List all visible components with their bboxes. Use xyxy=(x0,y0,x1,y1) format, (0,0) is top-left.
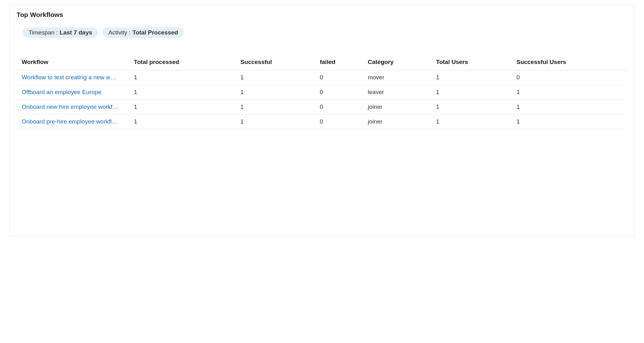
cell-successful-users: 0 xyxy=(512,70,627,85)
table-row: Onboard new hire employee workflow110joi… xyxy=(17,100,627,114)
col-successful[interactable]: Successful xyxy=(236,55,315,70)
cell-failed: 0 xyxy=(315,114,363,129)
table-row: Workflow to test creating a new workflow… xyxy=(17,70,627,85)
col-total-processed[interactable]: Total processed xyxy=(129,55,236,70)
card-title: Top Workflows xyxy=(17,11,627,18)
cell-category: joiner xyxy=(363,114,432,129)
workflow-link[interactable]: Offboard an employee Europe xyxy=(22,89,101,96)
cell-successful-users: 1 xyxy=(512,100,627,114)
cell-total-users: 1 xyxy=(432,100,512,114)
cell-successful: 1 xyxy=(236,114,315,129)
timespan-chip[interactable]: Timespan : Last 7 days xyxy=(23,27,98,38)
cell-total-processed: 1 xyxy=(129,114,236,129)
cell-workflow: Onboard new hire employee workflow xyxy=(17,100,129,114)
cell-total-users: 1 xyxy=(432,85,512,100)
col-successful-users[interactable]: Successful Users xyxy=(512,55,627,70)
activity-chip[interactable]: Activity : Total Processed xyxy=(103,27,184,38)
table-row: Onboard pre-hire employee workflow110joi… xyxy=(17,114,627,129)
cell-total-users: 1 xyxy=(432,70,512,85)
cell-successful-users: 1 xyxy=(512,85,627,100)
cell-workflow: Workflow to test creating a new workflow xyxy=(17,70,129,85)
cell-total-processed: 1 xyxy=(129,70,236,85)
cell-successful-users: 1 xyxy=(512,114,627,129)
cell-successful: 1 xyxy=(236,70,315,85)
top-workflows-card: Top Workflows Timespan : Last 7 days Act… xyxy=(9,4,635,236)
timespan-value: Last 7 days xyxy=(60,29,92,36)
workflows-table: Workflow Total processed Successful fail… xyxy=(17,55,627,129)
filter-chips: Timespan : Last 7 days Activity : Total … xyxy=(17,27,627,38)
workflow-link[interactable]: Onboard new hire employee workflow xyxy=(22,103,119,110)
cell-failed: 0 xyxy=(315,70,363,85)
cell-workflow: Offboard an employee Europe xyxy=(17,85,129,100)
activity-value: Total Processed xyxy=(133,29,178,36)
table-header-row: Workflow Total processed Successful fail… xyxy=(17,55,627,70)
cell-successful: 1 xyxy=(236,100,315,114)
col-category[interactable]: Category xyxy=(363,55,432,70)
col-workflow[interactable]: Workflow xyxy=(17,55,129,70)
cell-category: joiner xyxy=(363,100,432,114)
cell-failed: 0 xyxy=(315,85,363,100)
cell-category: leaver xyxy=(363,85,432,100)
cell-total-processed: 1 xyxy=(129,100,236,114)
workflow-link[interactable]: Workflow to test creating a new workflow xyxy=(22,74,119,81)
table-row: Offboard an employee Europe110leaver11 xyxy=(17,85,627,100)
activity-label: Activity : xyxy=(108,29,131,36)
col-total-users[interactable]: Total Users xyxy=(432,55,512,70)
cell-workflow: Onboard pre-hire employee workflow xyxy=(17,114,129,129)
workflow-link[interactable]: Onboard pre-hire employee workflow xyxy=(22,118,119,125)
cell-total-processed: 1 xyxy=(129,85,236,100)
cell-category: mover xyxy=(363,70,432,85)
timespan-label: Timespan : xyxy=(29,29,58,36)
cell-successful: 1 xyxy=(236,85,315,100)
col-failed[interactable]: failed xyxy=(315,55,363,70)
cell-total-users: 1 xyxy=(432,114,512,129)
cell-failed: 0 xyxy=(315,100,363,114)
